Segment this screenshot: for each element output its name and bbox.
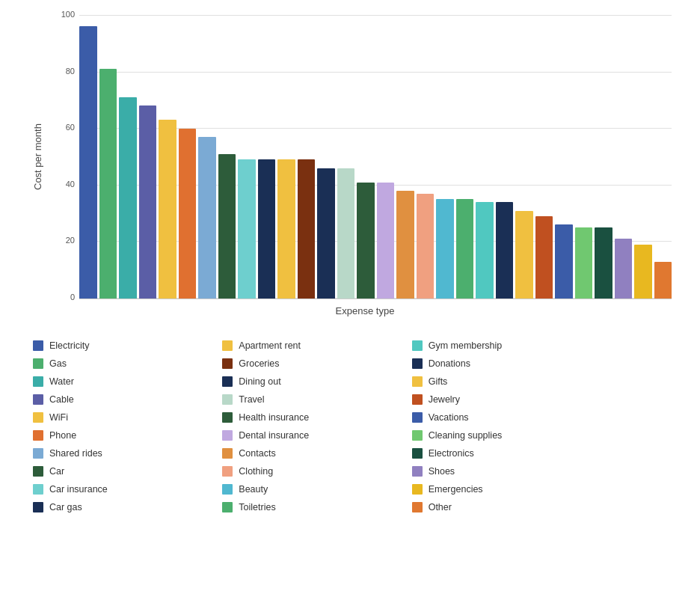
legend-label: WiFi <box>49 412 68 423</box>
legend-item: Car <box>28 465 218 478</box>
legend-item: Other <box>408 501 597 514</box>
legend-item: Contacts <box>218 447 407 460</box>
legend-item: Gym membership <box>408 339 597 352</box>
legend-item: Gas <box>28 357 218 370</box>
chart-container: Cost per month 100806040200 Expense type… <box>28 15 672 514</box>
legend-label: Dental insurance <box>239 430 309 441</box>
bar <box>555 224 573 299</box>
legend-item: Vacations <box>408 411 597 424</box>
legend-label: Apartment rent <box>239 340 301 351</box>
legend-label: Dining out <box>239 376 280 387</box>
legend-label: Car insurance <box>49 484 108 495</box>
legend-label: Clothing <box>239 466 273 477</box>
bar <box>119 97 137 299</box>
bar <box>436 199 454 299</box>
legend-color-box <box>222 358 233 369</box>
bar <box>218 154 236 299</box>
legend-color-box <box>412 484 423 495</box>
bar <box>337 168 355 299</box>
legend-container: ElectricityApartment rentGym membershipG… <box>28 339 597 514</box>
legend-label: Cable <box>49 394 74 405</box>
legend-item: Car insurance <box>28 483 218 496</box>
bar <box>258 159 276 299</box>
legend-label: Other <box>429 502 452 512</box>
legend-label: Gym membership <box>429 340 503 351</box>
legend-color-box <box>222 466 233 477</box>
legend-label: Car gas <box>49 502 82 512</box>
legend-item: Jewelry <box>408 393 597 406</box>
legend-label: Shared rides <box>49 448 102 459</box>
bar <box>515 211 533 299</box>
legend-item: Beauty <box>218 483 407 496</box>
x-axis-label: Expense type <box>28 305 672 316</box>
bar <box>654 262 672 299</box>
legend-item: Health insurance <box>218 411 407 424</box>
legend-color-box <box>412 448 423 459</box>
bar <box>99 69 117 299</box>
bar <box>159 120 176 299</box>
legend-item: Electricity <box>28 339 218 352</box>
bar <box>377 183 395 299</box>
legend-item: Apartment rent <box>218 339 407 352</box>
grid-tick-label: 40 <box>51 180 75 189</box>
legend-item: Groceries <box>218 357 407 370</box>
legend-color-box <box>33 448 43 459</box>
chart-area: Cost per month 100806040200 <box>28 15 672 299</box>
legend-item: Electronics <box>408 447 597 460</box>
legend-label: Contacts <box>239 448 275 459</box>
bar <box>139 105 157 299</box>
legend-label: Emergencies <box>429 484 483 495</box>
legend-label: Shoes <box>429 466 455 477</box>
legend-item: Cable <box>28 393 218 406</box>
legend-item: Emergencies <box>408 483 597 496</box>
bar <box>476 202 494 299</box>
legend-color-box <box>33 412 43 423</box>
legend-color-box <box>412 340 423 351</box>
legend-color-box <box>412 502 423 512</box>
legend-color-box <box>412 430 423 441</box>
x-axis-line <box>79 299 672 299</box>
legend-color-box <box>222 448 233 459</box>
legend-item: Dining out <box>218 375 407 388</box>
legend-label: Groceries <box>239 358 279 369</box>
legend-item: Clothing <box>218 465 407 478</box>
bar <box>79 26 97 299</box>
chart-inner: 100806040200 <box>49 15 672 299</box>
legend-item: Phone <box>28 429 218 442</box>
legend-color-box <box>33 430 43 441</box>
legend-color-box <box>222 376 233 387</box>
bar <box>277 159 295 299</box>
legend-label: Cleaning supplies <box>429 430 503 441</box>
bar <box>396 191 414 299</box>
legend-color-box <box>33 394 43 405</box>
legend-color-box <box>412 466 423 477</box>
legend-item: Toiletries <box>218 501 407 514</box>
legend-color-box <box>33 358 43 369</box>
legend-item: Shared rides <box>28 447 218 460</box>
bars-wrapper <box>79 15 672 299</box>
legend-color-box <box>33 502 43 512</box>
legend-label: Phone <box>49 430 76 441</box>
legend-label: Donations <box>429 358 470 369</box>
legend-color-box <box>222 412 233 423</box>
legend-label: Vacations <box>429 412 469 423</box>
bar <box>357 183 375 299</box>
legend-color-box <box>412 376 423 387</box>
bar <box>575 227 593 299</box>
legend-label: Gifts <box>429 376 448 387</box>
grid-tick-label: 60 <box>51 123 75 132</box>
legend-color-box <box>33 376 43 387</box>
bar <box>535 216 553 299</box>
grid-tick-label: 80 <box>51 67 75 76</box>
legend-label: Jewelry <box>429 394 460 405</box>
legend-label: Beauty <box>239 484 268 495</box>
legend-item: Travel <box>218 393 407 406</box>
legend-label: Water <box>49 376 74 387</box>
legend-label: Toiletries <box>239 502 275 512</box>
grid-tick-label: 0 <box>51 293 75 302</box>
legend-color-box <box>222 394 233 405</box>
legend-color-box <box>33 340 43 351</box>
legend-color-box <box>222 430 233 441</box>
legend-item: Cleaning supplies <box>408 429 597 442</box>
legend-label: Travel <box>239 394 264 405</box>
